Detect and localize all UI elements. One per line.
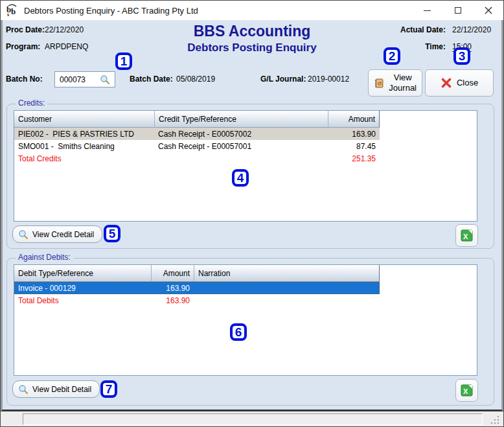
credits-row-1[interactable]: PIE002 - PIES & PASTRIES LTD Cash Receip… [14, 128, 380, 140]
debits-total-row: Total Debits 163.90 [14, 294, 380, 306]
debits-excel-export-button[interactable]: X [455, 379, 478, 402]
view-credit-detail-label: View Credit Detail [32, 230, 94, 239]
credits-total-label: Total Credits [14, 154, 154, 163]
batch-no-label: Batch No: [6, 75, 43, 84]
close-button-label: Close [457, 78, 478, 88]
maximize-button[interactable] [442, 1, 473, 20]
debit-amount: 163.90 [151, 284, 194, 293]
credits-col-customer: Customer [14, 111, 154, 128]
debits-total-label: Total Debits [14, 296, 151, 305]
svg-text:X: X [463, 387, 468, 395]
credit-reference: Cash Receipt - E00057001 [154, 142, 328, 151]
credits-table-header: Customer Credit Type/Reference Amount [14, 111, 477, 128]
magnifier-icon [18, 384, 29, 395]
title-bar: b b s Debtors Posting Enquiry - ABC Trad… [1, 1, 503, 20]
resize-grip[interactable] [491, 416, 500, 425]
callout-2: 2 [384, 47, 400, 65]
svg-text:b: b [11, 6, 16, 16]
callout-3: 3 [453, 47, 470, 65]
credits-total-row: Total Credits 251.35 [14, 152, 380, 165]
callout-7: 7 [100, 380, 117, 398]
debits-group-label: Against Debits: [16, 253, 73, 262]
proc-date-label: Proc Date: [6, 25, 45, 34]
client-area: Proc Date: 22/12/2020 Program: ARPDPENQ … [1, 20, 503, 411]
program-label: Program: [6, 42, 40, 51]
close-button[interactable]: Close [425, 69, 494, 97]
debits-table: Debit Type/Reference Amount Narration In… [14, 264, 477, 376]
bbs-logo-icon: b b s [6, 4, 19, 17]
program-value: ARPDPENQ [45, 42, 88, 51]
credit-customer: PIE002 - PIES & PASTRIES LTD [14, 130, 154, 139]
close-icon [484, 6, 493, 15]
debit-reference: Invoice - 000129 [14, 284, 151, 293]
status-bar [1, 411, 503, 427]
callout-5: 5 [104, 225, 120, 242]
proc-date-value: 22/12/2020 [45, 25, 84, 34]
svg-text:@: @ [377, 81, 382, 86]
credits-group-label: Credits: [16, 98, 47, 108]
debits-total-amount: 163.90 [151, 296, 194, 305]
actual-date-value: 22/12/2020 [452, 25, 498, 34]
credit-amount: 87.45 [328, 142, 380, 151]
callout-4: 4 [232, 169, 249, 187]
gl-journal-label: G/L Journal: [260, 75, 306, 84]
minimize-button[interactable] [412, 1, 442, 20]
journal-book-icon: @ [374, 76, 384, 90]
debits-row-1[interactable]: Invoice - 000129 163.90 [14, 282, 380, 294]
view-debit-detail-button[interactable]: View Debit Detail [12, 380, 100, 398]
close-x-icon [441, 77, 452, 89]
view-credit-detail-button[interactable]: View Credit Detail [12, 225, 102, 243]
debits-col-amount: Amount [151, 265, 194, 282]
batch-search-icon[interactable] [100, 75, 110, 85]
view-debit-detail-label: View Debit Detail [32, 385, 91, 394]
debits-group: Against Debits: Debit Type/Reference Amo… [6, 258, 494, 406]
credits-col-reference: Credit Type/Reference [154, 111, 328, 128]
credit-amount: 163.90 [328, 130, 380, 139]
app-window: b b s Debtors Posting Enquiry - ABC Trad… [0, 0, 504, 427]
credits-excel-export-button[interactable]: X [455, 224, 478, 247]
credits-group: Credits: Customer Credit Type/Reference … [6, 104, 494, 249]
credit-reference: Cash Receipt - E00057002 [154, 130, 328, 139]
batch-date-value: 05/08/2019 [176, 75, 215, 84]
minimize-icon [424, 10, 431, 11]
excel-icon: X [460, 229, 474, 242]
batch-no-field[interactable] [54, 71, 115, 87]
batch-no-input[interactable] [58, 75, 98, 85]
excel-icon: X [460, 384, 474, 397]
credits-row-2[interactable]: SMO001 - Smiths Cleaning Cash Receipt - … [14, 140, 380, 152]
credits-col-amount: Amount [328, 111, 380, 128]
credits-total-amount: 251.35 [328, 154, 380, 163]
svg-text:s: s [7, 12, 9, 17]
credits-table: Customer Credit Type/Reference Amount PI… [14, 110, 477, 222]
view-journal-label: View Journal [389, 73, 417, 94]
close-window-button[interactable] [473, 1, 503, 20]
window-title: Debtors Posting Enquiry - ABC Trading Pt… [24, 6, 198, 16]
svg-text:X: X [463, 233, 468, 240]
debits-table-header: Debit Type/Reference Amount Narration [14, 265, 477, 282]
status-message-panel [23, 413, 483, 425]
batch-date-label: Batch Date: [130, 75, 173, 84]
view-journal-button[interactable]: @ View Journal [368, 69, 422, 97]
debits-col-narration: Narration [194, 265, 380, 282]
callout-1: 1 [115, 52, 132, 70]
gl-journal-value: 2019-00012 [308, 75, 349, 84]
maximize-icon [455, 7, 461, 14]
callout-6: 6 [230, 323, 247, 341]
credit-customer: SMO001 - Smiths Cleaning [14, 142, 154, 151]
debits-col-reference: Debit Type/Reference [14, 265, 151, 282]
actual-date-label: Actual Date: [385, 25, 446, 34]
magnifier-icon [18, 229, 29, 240]
